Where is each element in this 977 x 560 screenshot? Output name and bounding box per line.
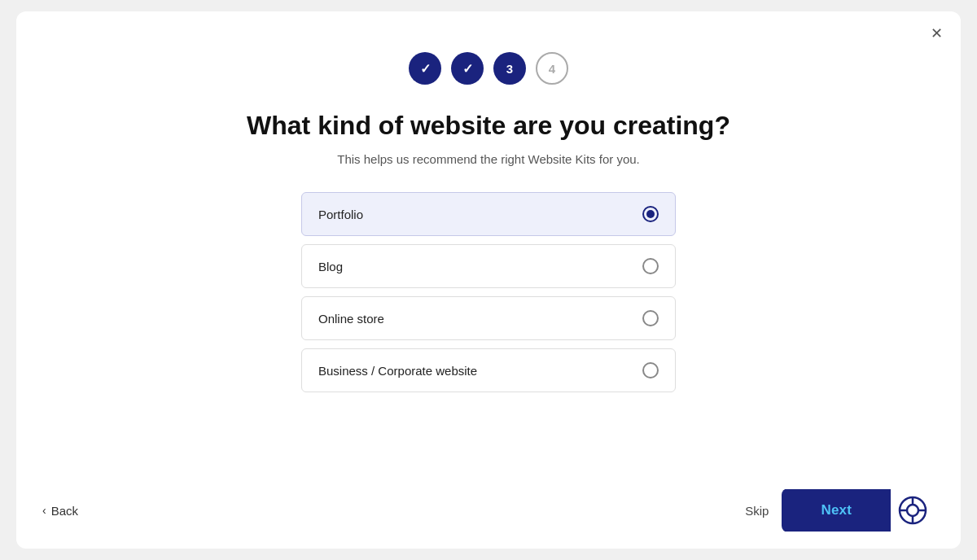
step-2: ✓ [451, 52, 484, 85]
option-business-radio [642, 362, 659, 378]
option-blog-radio [642, 258, 659, 274]
step-4-label: 4 [549, 62, 555, 76]
step-1: ✓ [409, 52, 441, 85]
back-chevron-icon: ‹ [42, 504, 46, 517]
option-blog-label: Blog [318, 260, 343, 273]
step-3-label: 3 [506, 62, 513, 76]
option-online-store-label: Online store [318, 312, 384, 326]
option-blog[interactable]: Blog [301, 244, 676, 288]
next-button-wrap: Next [782, 488, 935, 532]
footer: ‹ Back Skip Next [16, 472, 961, 549]
page-subtitle: This helps us recommend the right Websit… [337, 152, 640, 166]
option-online-store-radio [642, 310, 659, 326]
steps-indicator: ✓ ✓ 3 4 [409, 52, 568, 85]
step-1-label: ✓ [420, 61, 431, 77]
options-list: Portfolio Blog Online store Business / C… [301, 192, 676, 392]
modal-container: ✕ ✓ ✓ 3 4 What kind of website are you c… [16, 11, 961, 549]
option-portfolio-radio [642, 206, 659, 222]
footer-right: Skip Next [745, 488, 935, 532]
next-icon-button[interactable] [891, 488, 935, 532]
back-button[interactable]: ‹ Back [42, 504, 78, 518]
page-title: What kind of website are you creating? [247, 111, 730, 141]
close-button[interactable]: ✕ [931, 26, 943, 41]
next-button[interactable]: Next [782, 489, 891, 532]
option-portfolio-radio-inner [646, 210, 655, 218]
option-business-label: Business / Corporate website [318, 364, 477, 378]
step-4: 4 [536, 52, 568, 85]
step-3: 3 [493, 52, 526, 85]
crosshair-icon [898, 496, 927, 525]
option-portfolio-label: Portfolio [318, 208, 363, 221]
option-online-store[interactable]: Online store [301, 296, 676, 340]
back-label: Back [51, 504, 78, 518]
step-2-label: ✓ [462, 61, 473, 77]
option-business[interactable]: Business / Corporate website [301, 348, 676, 392]
svg-point-1 [907, 505, 918, 516]
option-portfolio[interactable]: Portfolio [301, 192, 676, 236]
skip-button[interactable]: Skip [745, 504, 769, 518]
